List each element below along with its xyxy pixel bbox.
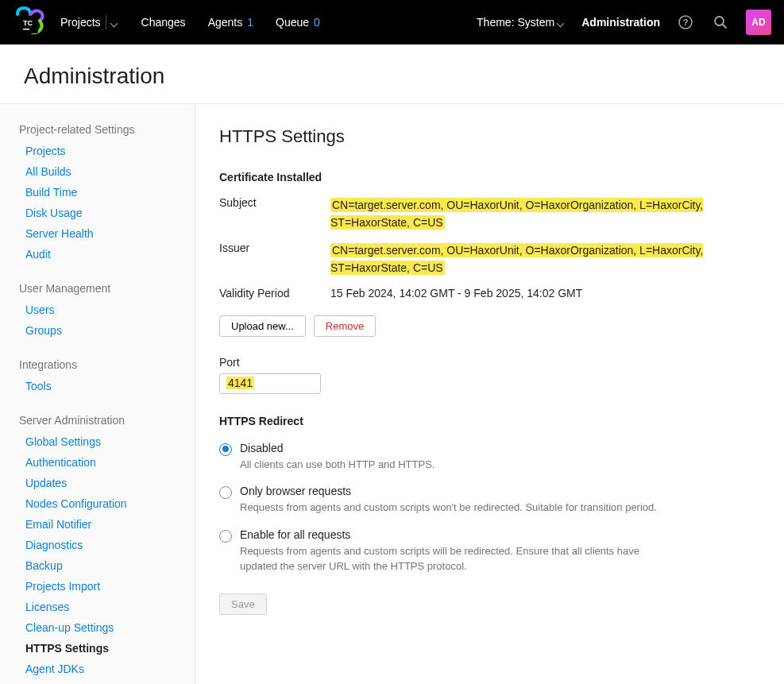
remove-button[interactable]: Remove [314,315,376,337]
cert-validity-label: Validity Period [219,287,330,299]
cert-heading: Certificate Installed [219,171,760,184]
cert-issuer-label: Issuer [219,242,330,254]
help-icon: ? [678,14,693,30]
page-title-row: Administration [0,44,784,104]
cert-subject-label: Subject [219,196,330,209]
sidebar-item-email-notifier[interactable]: Email Notifier [0,514,195,535]
sidebar: Project-related SettingsProjectsAll Buil… [0,104,195,684]
sidebar-item-users[interactable]: Users [0,299,195,320]
search-icon [713,14,728,30]
nav-queue-count: 0 [314,16,320,29]
sidebar-item-audit[interactable]: Audit [0,244,195,265]
redirect-heading: HTTPS Redirect [219,415,760,427]
sidebar-item-nodes-configuration[interactable]: Nodes Configuration [0,493,195,514]
cert-table: Subject CN=target.server.com, OU=HaxorUn… [219,191,760,304]
nav-agents-count: 1 [247,16,253,29]
redirect-radio-group: DisabledAll clients can use both HTTP an… [219,435,760,581]
sidebar-item-clean-up-settings[interactable]: Clean-up Settings [0,617,195,638]
teamcity-logo-icon: TC [13,6,44,38]
sidebar-group-title: Integrations [0,354,195,376]
sidebar-item-diagnostics[interactable]: Diagnostics [0,535,195,555]
redirect-radio-row: Enable for all requestsRequests from age… [219,522,760,581]
sidebar-item-global-settings[interactable]: Global Settings [0,431,195,452]
chevron-down-icon [558,18,566,26]
nav-queue[interactable]: Queue 0 [276,16,320,29]
cert-issuer-value: CN=target.server.com, OU=HaxorUnit, O=Ha… [330,242,759,277]
nav-projects-label: Projects [60,16,101,29]
sidebar-item-usage-statistics[interactable]: Usage Statistics [0,679,195,684]
sidebar-item-disk-usage[interactable]: Disk Usage [0,203,195,223]
redirect-radio-1[interactable] [219,486,232,499]
save-button[interactable]: Save [219,593,267,615]
cert-validity-value: 15 Feb 2024, 14:02 GMT - 9 Feb 2025, 14:… [330,287,759,299]
content-title: HTTPS Settings [219,126,760,147]
sidebar-item-server-health[interactable]: Server Health [0,223,195,244]
svg-rect-2 [23,29,29,30]
main-layout: Project-related SettingsProjectsAll Buil… [0,104,784,684]
nav-agents[interactable]: Agents 1 [208,16,253,29]
logo[interactable]: TC [13,6,44,38]
nav-changes-label: Changes [141,16,186,29]
cert-validity-row: Validity Period 15 Feb 2024, 14:02 GMT -… [219,282,760,304]
redirect-radio-label[interactable]: Only browser requests [240,485,760,497]
sidebar-item-all-builds[interactable]: All Builds [0,161,195,182]
redirect-radio-label[interactable]: Enable for all requests [240,528,760,541]
cert-subject-value: CN=target.server.com, OU=HaxorUnit, O=Ha… [330,196,759,232]
sidebar-item-tools[interactable]: Tools [0,376,195,396]
app-header: TC Projects Changes Agents 1 Queue 0 The… [0,0,784,44]
cert-subject-row: Subject CN=target.server.com, OU=HaxorUn… [219,191,760,237]
nav-items: Projects Changes Agents 1 Queue 0 [60,15,320,29]
sidebar-group-title: User Management [0,277,195,299]
sidebar-item-build-time[interactable]: Build Time [0,182,195,203]
sidebar-item-updates[interactable]: Updates [0,473,195,493]
sidebar-item-https-settings[interactable]: HTTPS Settings [0,638,195,659]
svg-point-5 [715,17,724,25]
nav-agents-label: Agents [208,16,243,29]
search-button[interactable] [711,13,730,32]
svg-text:?: ? [683,17,689,27]
nav-projects[interactable]: Projects [60,15,119,29]
redirect-radio-label[interactable]: Disabled [240,442,760,454]
content: HTTPS Settings Certificate Installed Sub… [195,104,784,684]
sidebar-item-licenses[interactable]: Licenses [0,597,195,617]
svg-line-6 [723,25,726,28]
sidebar-item-groups[interactable]: Groups [0,320,195,341]
sidebar-item-agent-jdks[interactable]: Agent JDKs [0,659,195,679]
sidebar-item-authentication[interactable]: Authentication [0,452,195,473]
upload-new-button[interactable]: Upload new... [219,315,306,337]
port-input[interactable]: 4141 [219,373,321,394]
nav-changes[interactable]: Changes [141,16,186,29]
chevron-down-icon [111,18,119,26]
sidebar-item-backup[interactable]: Backup [0,555,195,576]
cert-button-row: Upload new... Remove [219,315,760,337]
page-title: Administration [24,64,760,89]
sidebar-group-title: Server Administration [0,409,195,431]
redirect-radio-0[interactable] [219,443,232,456]
redirect-radio-row: DisabledAll clients can use both HTTP an… [219,435,760,479]
sidebar-group-title: Project-related Settings [0,118,195,141]
port-label: Port [219,356,760,369]
nav-administration[interactable]: Administration [581,16,660,29]
sidebar-item-projects[interactable]: Projects [0,141,195,161]
redirect-radio-desc: Requests from agents and custom scripts … [240,543,669,574]
theme-label: Theme: [477,16,514,29]
svg-text:TC: TC [23,19,33,27]
radio-body: Enable for all requestsRequests from age… [240,528,760,574]
radio-body: DisabledAll clients can use both HTTP an… [240,442,760,473]
nav-separator [106,15,106,29]
theme-value: System [518,16,555,29]
redirect-radio-2[interactable] [219,530,232,543]
redirect-radio-desc: Requests from agents and custom scripts … [240,500,669,516]
radio-body: Only browser requestsRequests from agent… [240,485,760,516]
cert-issuer-row: Issuer CN=target.server.com, OU=HaxorUni… [219,237,760,282]
help-button[interactable]: ? [676,13,695,32]
sidebar-item-projects-import[interactable]: Projects Import [0,576,195,597]
redirect-radio-row: Only browser requestsRequests from agent… [219,478,760,522]
avatar[interactable]: AD [746,10,771,35]
theme-selector[interactable]: Theme: System [477,16,566,29]
nav-queue-label: Queue [276,16,309,29]
header-right: Theme: System Administration ? AD [477,10,771,35]
redirect-radio-desc: All clients can use both HTTP and HTTPS. [240,457,669,473]
